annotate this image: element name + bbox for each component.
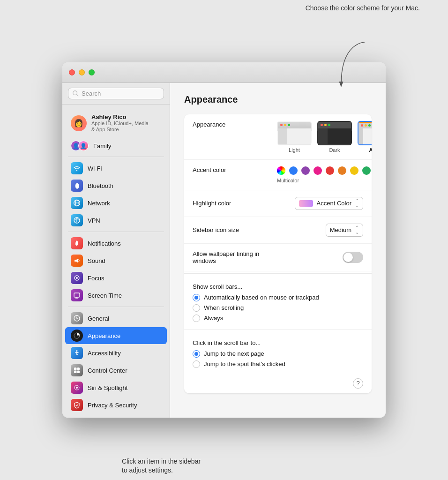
highlight-dropdown[interactable]: Accent Color ⌃⌄ [295,197,363,210]
svg-point-12 [76,277,78,279]
scroll-bars-section-label: Show scroll bars... [184,276,372,294]
appearance-option-auto[interactable]: Auto [358,121,372,153]
sidebar-item-privacy[interactable]: Privacy & Security [65,397,167,413]
section-divider-2 [184,330,372,330]
general-icon-wrapper [71,312,83,324]
svg-rect-22 [77,371,80,374]
accessibility-icon-wrapper [71,347,83,359]
screen-time-icon-wrapper [71,289,83,301]
appearance-option-light[interactable]: Light [277,121,312,153]
accent-selected-label: Multicolor [277,178,299,183]
annotation-bottom: Click an item in the sidebarto adjust se… [122,457,201,475]
notifications-icon-wrapper [71,237,83,249]
user-info: Ashley Rico Apple ID, iCloud+, Media& Ap… [91,113,149,133]
sound-icon [73,257,81,264]
sidebar-item-screen-time[interactable]: Screen Time [65,287,167,304]
sidebar-item-label-accessibility: Accessibility [88,350,121,357]
scroll-bars-auto[interactable]: Automatically based on mouse or trackpad [193,294,363,301]
privacy-icon [73,401,81,409]
sidebar-item-control-center[interactable]: Control Center [65,362,167,379]
sidebar-item-label-focus: Focus [88,275,104,282]
sidebar-item-wifi[interactable]: Wi-Fi [65,160,167,177]
traffic-lights [69,69,95,75]
sidebar-item-label-control-center: Control Center [88,367,127,374]
bluetooth-icon: ⬮ [75,182,79,190]
sidebar-item-label-vpn: VPN [88,217,100,224]
click-scroll-next-page-label: Jump to the next page [204,350,264,357]
swatch-red[interactable] [326,166,334,175]
click-scroll-bar-radio-group: Jump to the next page Jump to the spot t… [184,350,372,374]
swatch-orange[interactable] [338,166,346,175]
scroll-bars-auto-radio-inner [194,296,198,300]
swatch-purple[interactable] [301,166,310,175]
sidebar-item-user[interactable]: 👩 Ashley Rico Apple ID, iCloud+, Media& … [65,109,167,137]
help-button[interactable]: ? [353,378,363,389]
click-scroll-spot-radio [193,360,200,368]
sidebar-separator-3 [68,307,164,307]
svg-point-9 [76,245,77,246]
appearance-row: Appearance [184,114,372,160]
sidebar-icon-size-label: Sidebar icon size [193,226,277,233]
swatch-pink[interactable] [314,166,322,175]
size-dropdown[interactable]: Medium ⌃⌄ [326,224,363,237]
search-box[interactable]: Search [68,88,164,99]
screen-time-icon [73,292,81,299]
wifi-icon [73,165,81,172]
sidebar-item-family[interactable]: 👤 👤 Family [65,138,167,154]
highlight-color-control: Accent Color ⌃⌄ [277,197,363,210]
sidebar-item-vpn[interactable]: VPN [65,212,167,229]
sidebar-item-focus[interactable]: Focus [65,270,167,286]
maximize-button[interactable] [89,69,95,75]
size-dropdown-arrows: ⌃⌄ [355,225,359,235]
sidebar-item-notifications[interactable]: Notifications [65,235,167,252]
appearance-option-dark[interactable]: Dark [317,121,352,153]
sidebar-item-label-general: General [88,315,109,322]
sidebar-item-label-notifications: Notifications [88,240,121,247]
swatch-multicolor[interactable] [277,166,285,175]
appearance-icon [73,332,81,339]
network-icon [73,199,81,207]
scroll-bars-always-label: Always [204,315,223,322]
swatch-blue[interactable] [289,166,298,175]
sidebar-icon-size-control: Medium ⌃⌄ [277,224,363,237]
appearance-options-control: Light [277,121,372,153]
network-icon-wrapper [71,197,83,209]
highlight-color-label: Highlight color [193,200,277,207]
color-swatches [277,166,372,175]
privacy-icon-wrapper [71,399,83,411]
help-button-container: ? [184,374,372,393]
toggle-knob [343,253,353,262]
swatch-green[interactable] [362,166,371,175]
sidebar-item-label-screen-time: Screen Time [88,292,122,299]
appearance-thumb-dark [317,121,352,145]
sidebar-search-container: Search [62,83,170,105]
sidebar-item-accessibility[interactable]: Accessibility [65,345,167,361]
appearance-row-label: Appearance [193,121,277,128]
sidebar-item-label-bluetooth: Bluetooth [88,182,113,189]
sidebar-item-network[interactable]: Network [65,195,167,211]
svg-rect-19 [74,368,77,370]
scroll-bars-scrolling-radio [193,304,200,312]
scroll-bars-scrolling-label: When scrolling [204,304,244,311]
svg-rect-8 [75,244,78,245]
siri-icon [73,384,81,391]
sidebar-item-sound[interactable]: Sound [65,252,167,269]
sidebar-icon-size-row: Sidebar icon size Medium ⌃⌄ [184,217,372,244]
sidebar-item-appearance[interactable]: Appearance [65,327,167,344]
sidebar-separator-2 [68,232,164,232]
page-title: Appearance [184,94,372,105]
scroll-bars-when-scrolling[interactable]: When scrolling [193,304,363,312]
click-scroll-next-page[interactable]: Jump to the next page [193,350,363,358]
wallpaper-tinting-label: Allow wallpaper tinting in windows [193,250,277,264]
click-scroll-spot[interactable]: Jump to the spot that's clicked [193,360,363,368]
swatch-yellow[interactable] [350,166,358,175]
search-icon [72,90,79,97]
minimize-button[interactable] [79,69,85,75]
sidebar-item-bluetooth[interactable]: ⬮ Bluetooth [65,177,167,194]
sidebar-item-siri[interactable]: Siri & Spotlight [65,379,167,396]
scroll-bars-always[interactable]: Always [193,315,363,322]
close-button[interactable] [69,69,75,75]
family-avatars: 👤 👤 [71,141,89,151]
wallpaper-tinting-toggle[interactable] [343,252,363,263]
sidebar-item-general[interactable]: General [65,310,167,327]
